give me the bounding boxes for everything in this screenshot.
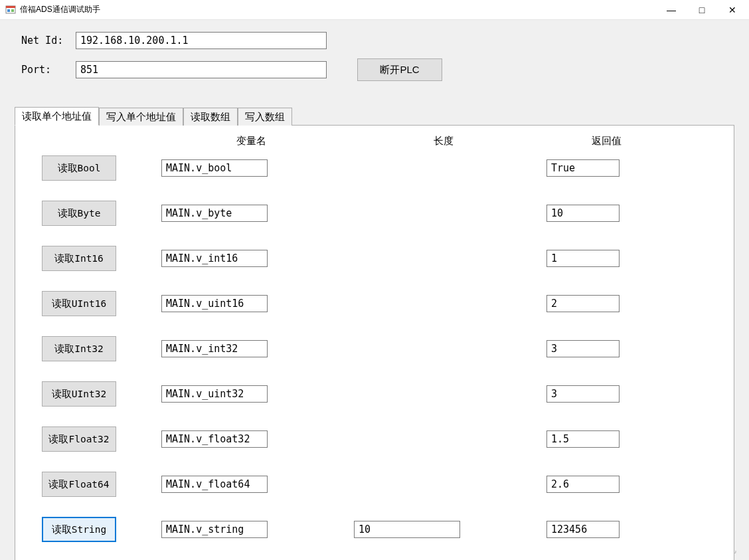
close-button[interactable]: ✕ (717, 0, 748, 20)
tab-write-single[interactable]: 写入单个地址值 (99, 108, 183, 126)
read-row: 读取Bool (42, 155, 714, 181)
result-output[interactable] (546, 250, 620, 267)
tab-panel-read-single: 变量名 长度 返回值 读取Bool读取Byte读取Int16读取UInt16读取… (15, 125, 734, 560)
title-bar: 倍福ADS通信调试助手 — □ ✕ (0, 0, 749, 20)
tab-read-single[interactable]: 读取单个地址值 (15, 107, 99, 126)
result-output[interactable] (546, 295, 620, 312)
read-row: 读取Int32 (42, 336, 714, 361)
window-controls: — □ ✕ (656, 0, 748, 20)
result-output[interactable] (546, 340, 620, 357)
read-button[interactable]: 读取UInt16 (42, 291, 116, 316)
read-button[interactable]: 读取Float64 (42, 472, 116, 497)
result-output[interactable] (546, 430, 620, 448)
read-row: 读取UInt16 (42, 291, 714, 316)
disconnect-plc-button[interactable]: 断开PLC (357, 58, 442, 81)
result-output[interactable] (546, 521, 620, 538)
read-button[interactable]: 读取Bool (42, 155, 116, 181)
connection-form: Net Id: Port: 断开PLC (0, 20, 749, 96)
read-row: 读取Float64 (42, 472, 714, 497)
minimize-button[interactable]: — (656, 0, 687, 20)
variable-input[interactable] (161, 250, 268, 267)
svg-rect-2 (7, 9, 10, 12)
read-row: 读取UInt32 (42, 381, 714, 407)
result-output[interactable] (546, 159, 620, 177)
header-variable: 变量名 (161, 135, 341, 147)
netid-input[interactable] (76, 32, 327, 49)
window-title: 倍福ADS通信调试助手 (20, 4, 100, 15)
svg-rect-3 (11, 9, 14, 12)
variable-input[interactable] (161, 385, 268, 403)
read-row: 读取Byte (42, 201, 714, 226)
port-input[interactable] (76, 61, 327, 78)
tabs-container: 读取单个地址值 写入单个地址值 读取数组 写入数组 变量名 长度 返回值 读取B… (15, 108, 734, 560)
variable-input[interactable] (161, 295, 268, 312)
read-button[interactable]: 读取Byte (42, 201, 116, 226)
tab-strip: 读取单个地址值 写入单个地址值 读取数组 写入数组 (15, 108, 734, 125)
tab-read-array[interactable]: 读取数组 (183, 108, 238, 126)
variable-input[interactable] (161, 476, 268, 493)
read-row: 读取Int16 (42, 246, 714, 271)
tab-write-array[interactable]: 写入数组 (238, 108, 292, 126)
length-input[interactable] (354, 521, 460, 538)
variable-input[interactable] (161, 205, 268, 222)
variable-input[interactable] (161, 340, 268, 357)
result-output[interactable] (546, 476, 620, 493)
app-window: 倍福ADS通信调试助手 — □ ✕ Net Id: Port: 断开PLC 读取… (0, 0, 749, 560)
result-output[interactable] (546, 205, 620, 222)
app-icon (5, 5, 16, 15)
header-result: 返回值 (546, 135, 666, 147)
netid-label: Net Id: (21, 35, 76, 47)
port-label: Port: (21, 64, 76, 76)
read-button[interactable]: 读取String (42, 517, 116, 542)
read-row: 读取Float32 (42, 426, 714, 452)
read-button[interactable]: 读取Int32 (42, 336, 116, 361)
header-length: 长度 (354, 135, 533, 147)
title-left: 倍福ADS通信调试助手 (5, 4, 100, 15)
read-button[interactable]: 读取UInt32 (42, 381, 116, 407)
read-button[interactable]: 读取Float32 (42, 426, 116, 452)
maximize-button[interactable]: □ (687, 0, 717, 20)
read-button[interactable]: 读取Int16 (42, 246, 116, 271)
svg-rect-1 (6, 6, 15, 8)
column-headers: 变量名 长度 返回值 (42, 135, 714, 147)
variable-input[interactable] (161, 159, 268, 177)
result-output[interactable] (546, 385, 620, 403)
variable-input[interactable] (161, 521, 268, 538)
read-row: 读取String (42, 517, 714, 542)
variable-input[interactable] (161, 430, 268, 448)
